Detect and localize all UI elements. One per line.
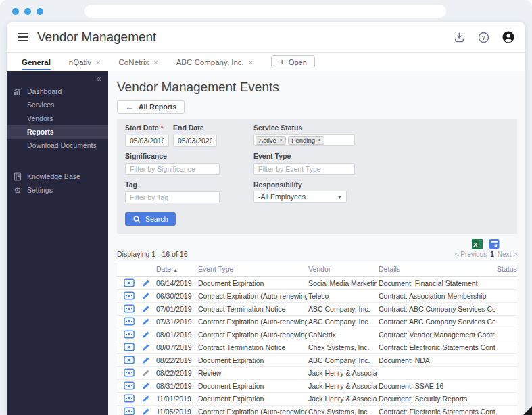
edit-event-icon[interactable] bbox=[142, 395, 150, 403]
tab-general[interactable]: General bbox=[22, 53, 51, 71]
view-event-icon[interactable] bbox=[124, 343, 135, 351]
sidebar-item-dashboard[interactable]: Dashboard bbox=[7, 84, 108, 98]
column-header-details[interactable]: Details bbox=[377, 262, 495, 276]
edit-event-icon[interactable] bbox=[142, 331, 150, 339]
current-page[interactable]: 1 bbox=[490, 251, 494, 258]
edit-event-icon[interactable] bbox=[142, 369, 150, 377]
tab-label: General bbox=[22, 58, 51, 66]
cell-details: Contract: Vendor Management Contract bbox=[377, 328, 495, 341]
view-event-icon[interactable] bbox=[124, 381, 135, 390]
cell-date: 07/01/2019 bbox=[155, 302, 197, 315]
edit-event-icon[interactable] bbox=[142, 279, 150, 287]
close-icon[interactable]: × bbox=[279, 137, 283, 143]
significance-input[interactable] bbox=[125, 163, 220, 175]
sidebar-item-label: Reports bbox=[27, 128, 54, 136]
cell-details bbox=[377, 366, 495, 379]
sidebar-item-settings[interactable]: ⚙Settings bbox=[7, 183, 108, 197]
all-reports-button[interactable]: ← All Reports bbox=[117, 100, 185, 114]
previous-page-link[interactable]: < Previous bbox=[455, 251, 487, 258]
search-label: Search bbox=[145, 215, 168, 223]
cell-vendor: Chex Systems, Inc. bbox=[307, 405, 377, 415]
cell-date: 08/07/2019 bbox=[155, 341, 197, 353]
chip-label: Active bbox=[259, 137, 276, 144]
column-header-event-type[interactable]: Event Type bbox=[197, 262, 307, 276]
view-event-icon[interactable] bbox=[124, 368, 135, 377]
cell-status bbox=[495, 328, 517, 341]
cell-status bbox=[495, 379, 517, 392]
cell-event-type: Document Expiration bbox=[197, 379, 307, 392]
cell-date: 11/01/2019 bbox=[155, 392, 197, 405]
sidebar-item-knowledge-base[interactable]: Knowledge Base bbox=[7, 170, 108, 183]
table-header-row: Date▲Event TypeVendorDetailsStatus bbox=[117, 262, 517, 276]
status-chip-active[interactable]: Active× bbox=[256, 136, 286, 145]
close-icon[interactable]: × bbox=[153, 58, 158, 66]
address-bar[interactable] bbox=[84, 5, 446, 18]
edit-event-icon[interactable] bbox=[142, 292, 150, 300]
search-icon bbox=[133, 216, 141, 223]
next-page-link[interactable]: Next > bbox=[498, 251, 517, 258]
tab-abc-company-inc-[interactable]: ABC Company, Inc.× bbox=[176, 53, 253, 71]
app-header: Vendor Management ? bbox=[7, 22, 525, 53]
menu-icon[interactable] bbox=[18, 33, 28, 41]
calendar-export-icon[interactable] bbox=[489, 239, 500, 249]
cell-date: 08/22/2019 bbox=[155, 353, 197, 366]
view-event-icon[interactable] bbox=[124, 278, 135, 287]
start-date-input[interactable] bbox=[125, 135, 169, 147]
edit-event-icon[interactable] bbox=[142, 318, 150, 326]
status-chip-pending[interactable]: Pending× bbox=[288, 136, 324, 145]
table-row: 11/05/2019Contract Expiration (Auto-rene… bbox=[117, 405, 517, 415]
close-icon[interactable]: × bbox=[318, 137, 321, 143]
event-type-input[interactable] bbox=[253, 163, 355, 175]
significance-label: Significance bbox=[125, 152, 253, 160]
sidebar-item-reports[interactable]: Reports bbox=[7, 125, 108, 139]
window-dot-icon[interactable] bbox=[12, 8, 19, 15]
sidebar-item-vendors[interactable]: Vendors bbox=[7, 112, 108, 125]
download-icon[interactable] bbox=[454, 32, 465, 43]
responsibility-select[interactable]: -All Employees ▼ bbox=[253, 191, 347, 203]
help-icon[interactable]: ? bbox=[478, 32, 489, 43]
close-icon[interactable]: × bbox=[96, 58, 100, 66]
sidebar-item-label: Dashboard bbox=[27, 87, 62, 95]
view-event-icon[interactable] bbox=[124, 356, 135, 364]
responsibility-value: -All Employees bbox=[258, 193, 306, 201]
excel-export-icon[interactable]: X bbox=[472, 239, 483, 249]
edit-event-icon[interactable] bbox=[142, 382, 150, 390]
column-header-date[interactable]: Date▲ bbox=[155, 262, 197, 276]
column-header-vendor[interactable]: Vendor bbox=[307, 262, 377, 276]
column-header-status[interactable]: Status bbox=[495, 262, 517, 276]
tab-nqativ[interactable]: nQativ× bbox=[69, 53, 101, 71]
tag-input[interactable] bbox=[125, 191, 220, 203]
view-event-icon[interactable] bbox=[124, 394, 135, 403]
table-row: 08/22/2019ReviewJack Henry & Associates bbox=[117, 366, 517, 379]
service-status-input[interactable]: Active×Pending× bbox=[253, 134, 355, 146]
tab-conetrix[interactable]: CoNetrix× bbox=[119, 53, 158, 71]
close-icon[interactable]: × bbox=[249, 58, 253, 66]
edit-event-icon[interactable] bbox=[142, 356, 150, 364]
window-dot-icon[interactable] bbox=[24, 8, 31, 15]
avatar[interactable] bbox=[502, 31, 514, 43]
cell-event-type: Contract Expiration (Auto-renewing) bbox=[197, 405, 307, 415]
cell-event-type: Contract Termination Notice bbox=[197, 302, 307, 315]
open-tab-button[interactable]: + Open bbox=[271, 55, 315, 68]
sidebar-item-services[interactable]: Services bbox=[7, 98, 108, 112]
sidebar-item-label: Download Documents bbox=[27, 141, 97, 149]
edit-event-icon[interactable] bbox=[142, 343, 150, 351]
view-event-icon[interactable] bbox=[124, 330, 135, 339]
browser-chrome bbox=[0, 0, 532, 22]
view-event-icon[interactable] bbox=[124, 291, 135, 300]
window-dot-icon[interactable] bbox=[37, 8, 43, 15]
cell-vendor: Jack Henry & Associates bbox=[307, 392, 377, 405]
cell-vendor: Teleco bbox=[307, 289, 377, 302]
view-event-icon[interactable] bbox=[124, 304, 135, 313]
view-event-icon[interactable] bbox=[124, 317, 135, 326]
view-event-icon[interactable] bbox=[124, 407, 135, 415]
edit-event-icon[interactable] bbox=[142, 408, 150, 415]
edit-event-icon[interactable] bbox=[142, 305, 150, 313]
sidebar-item-download-documents[interactable]: Download Documents bbox=[7, 139, 108, 152]
back-arrow-icon: ← bbox=[125, 103, 134, 112]
end-date-input[interactable] bbox=[173, 135, 217, 147]
sidebar-collapse-icon[interactable]: « bbox=[7, 74, 108, 84]
search-button[interactable]: Search bbox=[125, 212, 176, 226]
service-status-label: Service Status bbox=[253, 124, 355, 132]
app-title: Vendor Management bbox=[37, 30, 156, 45]
